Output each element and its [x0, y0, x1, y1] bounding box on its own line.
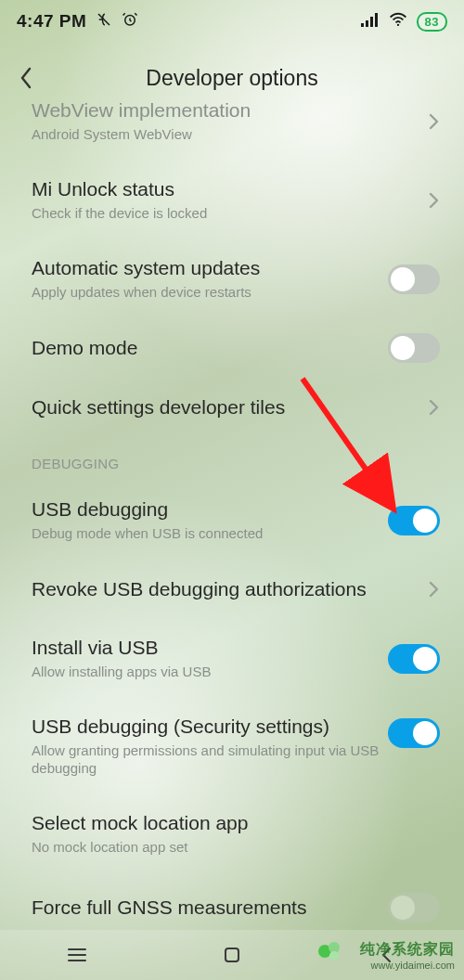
- wifi-icon: [389, 12, 407, 31]
- svg-point-14: [329, 951, 339, 961]
- row-qs-tiles[interactable]: Quick settings developer tiles: [0, 378, 464, 437]
- settings-list: WebView implementation Android System We…: [0, 93, 464, 930]
- row-title: Install via USB: [32, 636, 388, 660]
- page-title: Developer options: [52, 66, 412, 91]
- row-subtitle: Allow granting permissions and simulatin…: [32, 742, 388, 778]
- nav-recents-button[interactable]: [36, 938, 118, 972]
- row-title: Select mock location app: [32, 811, 440, 835]
- row-usb-debugging[interactable]: USB debugging Debug mode when USB is con…: [0, 481, 464, 560]
- row-title: Mi Unlock status: [32, 177, 427, 201]
- nav-home-button[interactable]: [191, 938, 273, 972]
- alarm-icon: [122, 11, 138, 32]
- row-revoke-usb[interactable]: Revoke USB debugging authorizations: [0, 560, 464, 619]
- svg-point-6: [396, 24, 398, 26]
- toggle-install-usb[interactable]: [388, 644, 440, 674]
- signal-icon: [361, 12, 380, 31]
- row-mock-location[interactable]: Select mock location app No mock locatio…: [0, 794, 464, 873]
- row-title: Revoke USB debugging authorizations: [32, 577, 427, 601]
- toggle-usb-security[interactable]: [388, 718, 440, 748]
- toggle-demo-mode[interactable]: [388, 333, 440, 363]
- chevron-right-icon: [427, 191, 440, 210]
- row-title: WebView implementation: [32, 98, 427, 122]
- chevron-right-icon: [427, 398, 440, 417]
- row-gnss[interactable]: Force full GNSS measurements: [0, 873, 464, 930]
- svg-rect-4: [370, 17, 373, 27]
- svg-rect-2: [361, 23, 364, 27]
- row-subtitle: Android System WebView: [32, 126, 427, 144]
- toggle-gnss[interactable]: [388, 893, 440, 922]
- chevron-right-icon: [427, 112, 440, 131]
- row-subtitle: No mock location app set: [32, 839, 440, 857]
- svg-rect-5: [375, 13, 378, 27]
- back-button[interactable]: [0, 65, 52, 91]
- row-title: Force full GNSS measurements: [32, 896, 388, 920]
- status-bar: 4:47 PM 83: [0, 0, 464, 43]
- mute-icon: [96, 11, 112, 32]
- row-install-usb[interactable]: Install via USB Allow installing apps vi…: [0, 619, 464, 698]
- row-mi-unlock[interactable]: Mi Unlock status Check if the device is …: [0, 161, 464, 239]
- toggle-usb-debugging[interactable]: [388, 506, 440, 535]
- row-webview[interactable]: WebView implementation Android System We…: [0, 93, 464, 161]
- watermark-logo-icon: [316, 937, 343, 965]
- row-subtitle: Apply updates when device restarts: [32, 284, 388, 302]
- row-subtitle: Check if the device is locked: [32, 205, 427, 223]
- row-subtitle: Allow installing apps via USB: [32, 664, 388, 681]
- battery-badge: 83: [417, 12, 447, 32]
- watermark-url: www.yidaimei.com: [360, 960, 455, 971]
- row-auto-updates[interactable]: Automatic system updates Apply updates w…: [0, 239, 464, 318]
- row-title: Automatic system updates: [32, 256, 388, 280]
- svg-rect-3: [366, 20, 368, 27]
- status-time: 4:47 PM: [17, 11, 86, 32]
- section-debugging: DEBUGGING: [0, 437, 464, 481]
- watermark-title: 纯净系统家园: [360, 940, 455, 960]
- row-title: Quick settings developer tiles: [32, 395, 427, 419]
- row-subtitle: Debug mode when USB is connected: [32, 525, 388, 543]
- row-title: USB debugging (Security settings): [32, 715, 388, 739]
- svg-rect-11: [226, 948, 238, 961]
- row-title: Demo mode: [32, 336, 388, 360]
- chevron-right-icon: [427, 580, 440, 599]
- row-title: USB debugging: [32, 497, 388, 522]
- row-demo-mode[interactable]: Demo mode: [0, 318, 464, 378]
- toggle-auto-updates[interactable]: [388, 264, 440, 294]
- row-usb-security[interactable]: USB debugging (Security settings) Allow …: [0, 698, 464, 794]
- watermark: 纯净系统家园 www.yidaimei.com: [360, 940, 455, 971]
